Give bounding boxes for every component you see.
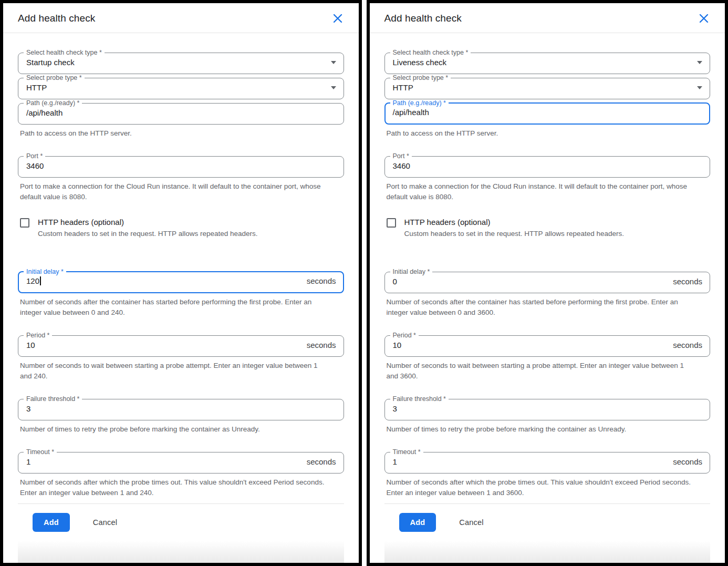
dialog-title: Add health check bbox=[384, 13, 462, 24]
initial-delay-helper: Number of seconds after the container ha… bbox=[18, 297, 333, 318]
initial-delay-label: Initial delay * bbox=[390, 268, 433, 275]
health-check-type-label: Select health check type * bbox=[390, 49, 471, 56]
period-helper: Number of seconds to wait between starti… bbox=[18, 361, 333, 382]
probe-type-value: HTTP bbox=[393, 82, 413, 93]
path-value: /api/health bbox=[393, 107, 429, 118]
close-icon[interactable] bbox=[331, 12, 344, 25]
health-check-type-value: Liveness check bbox=[393, 57, 447, 68]
failure-threshold-value: 3 bbox=[26, 403, 30, 414]
failure-threshold-label: Failure threshold * bbox=[390, 395, 449, 403]
close-icon[interactable] bbox=[698, 12, 710, 25]
probe-type-value: HTTP bbox=[26, 82, 47, 93]
path-input[interactable]: Path (e.g./ready) * /api/health bbox=[384, 99, 711, 125]
dialog-bottom-shadow bbox=[384, 541, 711, 563]
text-cursor bbox=[40, 276, 41, 285]
failure-threshold-input[interactable]: Failure threshold * 3 bbox=[18, 395, 344, 420]
period-input[interactable]: Period * 10 seconds bbox=[384, 332, 711, 357]
period-input[interactable]: Period * 10 seconds bbox=[18, 332, 344, 357]
initial-delay-unit: seconds bbox=[673, 277, 702, 286]
timeout-value: 1 bbox=[26, 456, 30, 467]
failure-threshold-value: 3 bbox=[393, 403, 397, 414]
period-unit: seconds bbox=[673, 341, 702, 349]
health-check-type-select[interactable]: Select health check type * Startup check bbox=[18, 49, 344, 74]
timeout-label: Timeout * bbox=[24, 448, 57, 456]
health-check-type-value: Startup check bbox=[26, 57, 75, 68]
cancel-button[interactable]: Cancel bbox=[456, 518, 486, 527]
period-label: Period * bbox=[24, 332, 52, 339]
probe-type-select[interactable]: Select probe type * HTTP bbox=[18, 74, 344, 99]
http-headers-label: HTTP headers (optional) bbox=[38, 217, 257, 228]
dialog-header: Add health check bbox=[370, 3, 725, 33]
probe-type-select[interactable]: Select probe type * HTTP bbox=[384, 74, 711, 99]
timeout-label: Timeout * bbox=[390, 448, 423, 456]
path-value: /api/health bbox=[26, 107, 63, 118]
timeout-value: 1 bbox=[393, 456, 397, 467]
dialog-bottom-shadow bbox=[18, 541, 344, 563]
period-value: 10 bbox=[26, 339, 35, 351]
port-helper: Port to make a connection for the Cloud … bbox=[18, 181, 333, 202]
timeout-helper: Number of seconds after which the probe … bbox=[384, 477, 700, 498]
http-headers-label: HTTP headers (optional) bbox=[404, 217, 624, 228]
initial-delay-input[interactable]: Initial delay * 0 seconds bbox=[384, 268, 711, 293]
failure-threshold-helper: Number of times to retry the probe befor… bbox=[384, 424, 700, 435]
initial-delay-label: Initial delay * bbox=[24, 268, 66, 275]
timeout-input[interactable]: Timeout * 1 seconds bbox=[18, 448, 344, 474]
add-button[interactable]: Add bbox=[33, 513, 70, 532]
health-check-type-select[interactable]: Select health check type * Liveness chec… bbox=[384, 49, 711, 74]
dialog-footer: Add Cancel bbox=[18, 503, 344, 563]
timeout-helper: Number of seconds after which the probe … bbox=[18, 477, 333, 498]
initial-delay-input[interactable]: Initial delay * 120 seconds bbox=[18, 268, 344, 293]
port-value: 3460 bbox=[26, 160, 44, 171]
timeout-unit: seconds bbox=[307, 457, 336, 466]
path-helper: Path to access on the HTTP server. bbox=[384, 128, 700, 139]
initial-delay-value: 120 bbox=[26, 276, 39, 285]
http-headers-option: HTTP headers (optional) Custom headers t… bbox=[19, 217, 344, 239]
period-unit: seconds bbox=[307, 341, 336, 349]
failure-threshold-helper: Number of times to retry the probe befor… bbox=[18, 424, 333, 435]
http-headers-helper: Custom headers to set in the request. HT… bbox=[404, 229, 624, 239]
health-check-type-label: Select health check type * bbox=[24, 49, 105, 56]
initial-delay-helper: Number of seconds after the container ha… bbox=[384, 297, 700, 318]
dialog-header: Add health check bbox=[3, 3, 359, 33]
http-headers-helper: Custom headers to set in the request. HT… bbox=[38, 229, 257, 239]
dialog-footer: Add Cancel bbox=[384, 503, 711, 563]
path-input[interactable]: Path (e.g./ready) * /api/health bbox=[18, 99, 344, 125]
form-body: Select health check type * Startup check… bbox=[3, 33, 359, 563]
dialog-startup-check: Add health check Select health check typ… bbox=[0, 0, 362, 566]
timeout-input[interactable]: Timeout * 1 seconds bbox=[384, 448, 711, 474]
http-headers-checkbox[interactable] bbox=[20, 218, 29, 228]
port-input[interactable]: Port * 3460 bbox=[18, 152, 344, 178]
form-body: Select health check type * Liveness chec… bbox=[370, 33, 725, 563]
probe-type-label: Select probe type * bbox=[24, 74, 85, 81]
port-input[interactable]: Port * 3460 bbox=[384, 152, 711, 178]
port-label: Port * bbox=[390, 152, 412, 160]
add-button[interactable]: Add bbox=[399, 513, 436, 532]
initial-delay-value: 0 bbox=[393, 276, 397, 287]
probe-type-label: Select probe type * bbox=[390, 74, 451, 81]
chevron-down-icon bbox=[331, 86, 336, 89]
port-value: 3460 bbox=[393, 160, 410, 171]
dialog-title: Add health check bbox=[18, 13, 95, 24]
chevron-down-icon bbox=[697, 61, 702, 64]
dialog-liveness-check: Add health check Select health check typ… bbox=[367, 0, 728, 566]
port-label: Port * bbox=[24, 152, 45, 160]
port-helper: Port to make a connection for the Cloud … bbox=[384, 181, 700, 202]
period-label: Period * bbox=[390, 332, 419, 339]
http-headers-checkbox[interactable] bbox=[387, 218, 396, 228]
failure-threshold-input[interactable]: Failure threshold * 3 bbox=[384, 395, 711, 420]
period-value: 10 bbox=[393, 339, 402, 351]
chevron-down-icon bbox=[697, 86, 702, 89]
timeout-unit: seconds bbox=[673, 457, 702, 466]
period-helper: Number of seconds to wait between starti… bbox=[384, 361, 700, 382]
failure-threshold-label: Failure threshold * bbox=[24, 395, 82, 403]
cancel-button[interactable]: Cancel bbox=[90, 518, 120, 527]
path-helper: Path to access on the HTTP server. bbox=[18, 128, 333, 139]
path-label: Path (e.g./ready) * bbox=[390, 99, 449, 107]
path-label: Path (e.g./ready) * bbox=[24, 99, 82, 107]
chevron-down-icon bbox=[331, 61, 336, 64]
http-headers-option: HTTP headers (optional) Custom headers t… bbox=[386, 217, 711, 239]
initial-delay-unit: seconds bbox=[307, 276, 336, 285]
